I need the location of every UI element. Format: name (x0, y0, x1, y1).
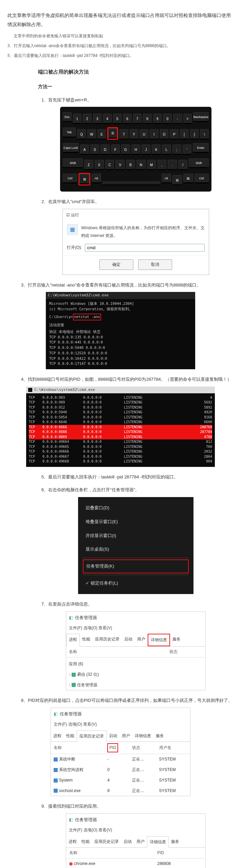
run-desc: Windows 将根据你所输入的名称，为你打开相应的程序、文件夹、文档或 Int… (81, 224, 205, 240)
netstat-table: C:\Windows\system32\cmd.exe TCP0.0.0.0:9… (26, 387, 215, 467)
cancel-button[interactable]: 取消 (138, 259, 172, 270)
task-manager-menu-item[interactable]: 任务管理器(K) (83, 559, 189, 573)
tab-5[interactable]: 详细信息 (132, 730, 153, 742)
pid-column-header[interactable]: PID (107, 743, 118, 752)
ctx-menu-item[interactable]: 层叠窗口(D) (78, 501, 193, 515)
run-dialog: ☑ 运行 ▦ Windows 将根据你所输入的名称，为你打开相应的程序、文件夹、… (62, 209, 209, 275)
ctx-menu-item[interactable]: 堆叠显示窗口(E) (78, 515, 193, 529)
task-manager-3: ◧任务管理器 文件(F) 选项(O) 查看(V) 进程性能应用历史记录启动用户详… (66, 813, 206, 868)
step-2: 2、在其中输入"cmd"并回车。 (38, 198, 234, 206)
tab-4[interactable]: 用户 (135, 634, 148, 646)
task-manager-2: ◧任务管理器 文件(F) 选项(O) 查看(V) 进程性能应用历史记录启动用户详… (51, 708, 190, 796)
run-title: ☑ 运行 (63, 209, 209, 221)
tab-5[interactable]: 详细信息 (148, 634, 170, 646)
step-4: 4、找到8888端口号对应的PID，如图，8888端口号对应的PID为28778… (7, 375, 234, 384)
ok-button[interactable]: 确定 (99, 259, 133, 270)
tab-5[interactable]: 详细信息 (147, 836, 169, 848)
tab-6[interactable]: 服务 (169, 836, 182, 848)
key-win: ⊞ (78, 173, 90, 185)
tab-2[interactable]: 应用历史记录 (92, 836, 121, 848)
intro-text: 此文章教学适用于免虚拟机的简单出现服务端无法运行或者提示端口占用就可以对照检查排… (7, 11, 234, 29)
tab-3[interactable]: 启动 (122, 634, 135, 646)
tab-2[interactable]: 应用历史记录 (93, 634, 122, 646)
tab-4[interactable]: 用户 (134, 836, 147, 848)
tm-menu[interactable]: 文件(F) 选项(O) 查看(V) (66, 624, 205, 634)
step-6: 6、右击你的电脑任务栏，点击打开"任务管理器"。 (38, 486, 234, 494)
section-title: 端口被占用的解决方法 (38, 67, 234, 77)
task-manager-1: ◧任务管理器 文件(F) 选项(O) 查看(V) 进程性能应用历史记录启动用户详… (66, 611, 206, 690)
ctx-menu-item[interactable]: 并排显示窗口(I) (78, 529, 193, 543)
step-3: 3、打开后输入"netstat -ano"命令查看所有端口被占用情况，比如关闭端… (7, 281, 234, 290)
tab-0[interactable]: 进程 (66, 836, 79, 848)
tab-6[interactable]: 服务 (170, 634, 183, 646)
tab-0[interactable]: 进程 (51, 730, 64, 742)
tab-3[interactable]: 启动 (121, 836, 134, 848)
tab-0[interactable]: 进程 (66, 634, 80, 647)
tab-4[interactable]: 用户 (119, 730, 132, 742)
tab-2[interactable]: 应用历史记录 (77, 730, 107, 742)
key-r: R (107, 127, 118, 140)
tab-3[interactable]: 启动 (107, 730, 119, 742)
tab-1[interactable]: 性能 (64, 730, 77, 742)
step-7: 7、在里面点击详细信息。 (38, 600, 234, 609)
netstat-command: netstat -ano (73, 314, 101, 320)
run-icon: ▦ (67, 224, 78, 235)
cmd-icon (28, 388, 32, 392)
tab-6[interactable]: 服务 (153, 730, 166, 742)
run-input[interactable] (85, 244, 205, 252)
ctx-menu-item[interactable]: 显示桌面(S) (78, 542, 193, 556)
tab-1[interactable]: 性能 (79, 836, 92, 848)
step-1: 1、首先按下键盘win+R。 (38, 96, 234, 104)
tab-1[interactable]: 性能 (80, 634, 93, 646)
header-line-5: 5、最后只需要输入回车执行：taskkill -pid 287784 -f找到对… (7, 52, 234, 60)
keyboard-illustration: Esc1234567890-=Backspace TabQWERTYUIOP[]… (60, 107, 211, 191)
cmd-window-1: C:\Windows\system32\cmd.exe Microsoft Wi… (46, 292, 195, 369)
header-line-3: 3、打开后输入netstat -ano命令查看所有端口被占用情况，比如关闭端口号… (7, 42, 234, 50)
step-8: 8、PID对应的列就是端口，点击PID可以将端口倒序或者正序排列，如果端口号小就… (7, 696, 234, 705)
step-9: 9、接着找到端口对应的应用。 (38, 802, 234, 811)
method-title: 方法一 (38, 82, 234, 91)
cmd-title: C:\Windows\system32\cmd.exe (46, 292, 195, 299)
run-open-label: 打开(O): (67, 244, 82, 252)
step-5: 5、最后只需要输入回车执行：taskkill -pid 287784 -f找到对… (38, 473, 234, 481)
note-text: 文章中用到的命令避免输入错误可以直接复制粘贴 (7, 32, 234, 40)
lock-taskbar-item[interactable]: ✓ 锁定任务栏(L) (78, 576, 193, 590)
taskbar-context-menu: 层叠窗口(D)堆叠显示窗口(E)并排显示窗口(I)显示桌面(S) 任务管理器(K… (78, 497, 193, 594)
